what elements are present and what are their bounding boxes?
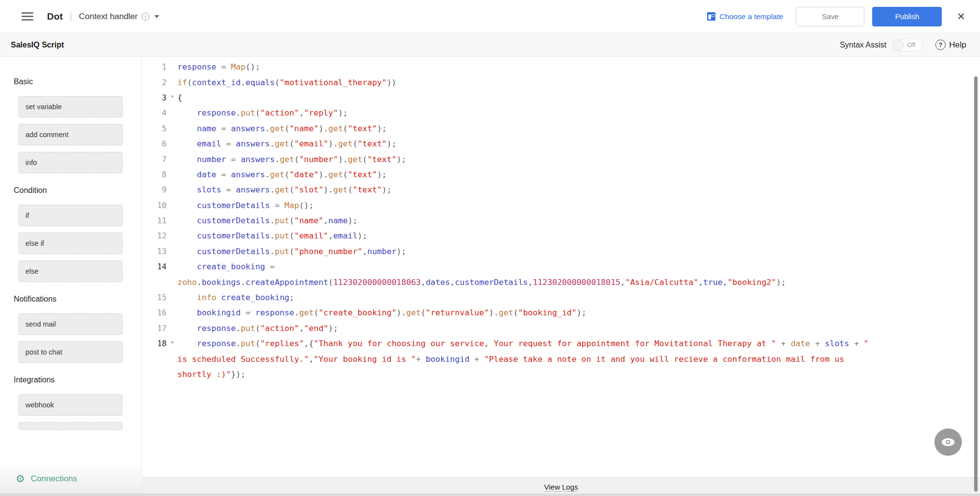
line-number: 5 (142, 124, 170, 133)
preview-eye-button[interactable] (934, 428, 962, 456)
sidebar-item-set-variable[interactable]: set variable (19, 96, 122, 118)
sidebar-item-if[interactable]: if (19, 205, 122, 226)
chevron-down-icon[interactable] (154, 15, 159, 18)
sidebar-item-else-if[interactable]: else if (19, 233, 122, 254)
code-editor[interactable]: 1response = Map();2if(context_id.equals(… (142, 57, 980, 496)
line-number: 3 (142, 93, 170, 102)
code-line[interactable]: 1response = Map(); (142, 59, 980, 74)
line-number: 6 (142, 139, 170, 148)
sidebar-item-post-to-chat[interactable]: post to chat (19, 341, 122, 363)
line-number: 17 (142, 324, 170, 333)
choose-template-button[interactable]: Choose a template (707, 12, 783, 21)
code-line[interactable]: 16 bookingid = response.get("create_book… (142, 305, 980, 320)
code-line[interactable]: 8 date = answers.get("date").get("text")… (142, 167, 980, 182)
code-lines: 1response = Map();2if(context_id.equals(… (142, 59, 980, 382)
code-text: number = answers.get("number").get("text… (170, 155, 406, 164)
top-bar: Dot | Context handler i Choose a templat… (0, 0, 980, 33)
code-line[interactable]: is scheduled Successfully.","Your bookin… (142, 351, 980, 366)
fold-toggle-icon[interactable]: ▾ (171, 94, 174, 99)
top-bar-left: Dot | Context handler i (22, 11, 159, 22)
code-text: info create_booking; (170, 293, 294, 302)
line-number: 12 (142, 231, 170, 240)
card-palette-sidebar: Basicset variableadd commentinfoConditio… (0, 57, 142, 496)
code-line[interactable]: shortly :)"}); (142, 367, 980, 382)
code-line[interactable]: 2if(context_id.equals("motivational_ther… (142, 74, 980, 90)
page-title[interactable]: Context handler (79, 12, 138, 22)
code-line[interactable]: 9 slots = answers.get("slot").get("text"… (142, 182, 980, 197)
code-line[interactable]: 15 info create_booking; (142, 290, 980, 305)
code-text: shortly :)"}); (170, 370, 245, 379)
code-line[interactable]: zoho.bookings.createAppointment(11230200… (142, 274, 980, 289)
line-number: 18 (142, 339, 170, 348)
save-button[interactable]: Save (796, 7, 864, 26)
line-number: 8 (142, 170, 170, 179)
line-number: 14 (142, 262, 170, 271)
line-number: 4 (142, 108, 170, 118)
code-line[interactable]: 3▾{ (142, 90, 980, 105)
top-bar-right: Choose a template Save Publish ✕ (707, 7, 965, 26)
title-separator: | (70, 11, 72, 22)
sidebar-item-info[interactable]: info (19, 152, 122, 173)
code-text: zoho.bookings.createAppointment(11230200… (170, 278, 786, 287)
help-label[interactable]: Help (949, 40, 966, 50)
sidebar-item-webhook[interactable]: webhook (19, 394, 122, 416)
code-text: slots = answers.get("slot").get("text"); (170, 185, 392, 194)
line-number: 9 (142, 185, 170, 194)
code-text: response.put("action","end"); (170, 324, 338, 333)
line-number: 16 (142, 308, 170, 317)
line-number: 2 (142, 78, 170, 87)
code-line[interactable]: 17 response.put("action","end"); (142, 321, 980, 336)
toggle-state-label: Off (907, 41, 915, 48)
code-text: create_booking = (170, 262, 275, 271)
fold-toggle-icon[interactable]: ▾ (171, 339, 174, 345)
code-text: date = answers.get("date").get("text"); (170, 170, 387, 179)
publish-button[interactable]: Publish (872, 7, 942, 26)
sidebar-section-title: Integrations (14, 376, 142, 384)
code-line[interactable]: 7 number = answers.get("number").get("te… (142, 151, 980, 166)
syntax-assist-label: Syntax Assist (840, 41, 886, 49)
code-line[interactable]: 12 customerDetails.put("email",email); (142, 228, 980, 243)
code-text: name = answers.get("name").get("text"); (170, 124, 387, 133)
code-text: response.put("action","reply"); (170, 108, 348, 118)
code-text: response = Map(); (170, 62, 260, 71)
help-icon[interactable]: ? (935, 40, 946, 50)
sidebar-section-title: Condition (14, 186, 142, 195)
toggle-knob (893, 40, 904, 50)
hamburger-menu-icon[interactable] (22, 12, 33, 21)
code-line[interactable]: 4 response.put("action","reply"); (142, 105, 980, 120)
sidebar-sections: Basicset variableadd commentinfoConditio… (0, 77, 142, 430)
line-number: 13 (142, 247, 170, 256)
code-text: bookingid = response.get("create_booking… (170, 308, 587, 317)
sidebar-item-send-mail[interactable]: send mail (19, 313, 122, 335)
code-line[interactable]: 6 email = answers.get("email").get("text… (142, 136, 980, 151)
line-number: 10 (142, 201, 170, 210)
code-text: customerDetails.put("phone_number",numbe… (170, 247, 406, 256)
line-number: 15 (142, 293, 170, 302)
code-text: customerDetails.put("email",email); (170, 231, 367, 240)
template-icon (707, 12, 715, 21)
code-line[interactable]: 18▾ response.put("replies",{"Thank you f… (142, 336, 980, 351)
code-line[interactable]: 10 customerDetails = Map(); (142, 198, 980, 213)
script-header-bar: SalesIQ Script Syntax Assist Off ? Help (0, 33, 980, 57)
syntax-assist-toggle[interactable]: Off (892, 39, 923, 51)
view-logs-link[interactable]: View Logs (544, 483, 578, 492)
code-line[interactable]: 13 customerDetails.put("phone_number",nu… (142, 244, 980, 259)
close-icon[interactable]: ✕ (956, 11, 965, 22)
main-area: Basicset variableadd commentinfoConditio… (0, 57, 980, 496)
info-icon[interactable]: i (142, 13, 149, 21)
connections-panel: ⚙ Connections (0, 461, 142, 496)
code-line[interactable]: 11 customerDetails.put("name",name); (142, 213, 980, 228)
sidebar-item-partial[interactable] (19, 422, 122, 430)
script-title: SalesIQ Script (11, 41, 64, 49)
editor-scrollbar[interactable] (974, 76, 978, 492)
code-line[interactable]: 5 name = answers.get("name").get("text")… (142, 121, 980, 136)
gear-icon: ⚙ (16, 473, 25, 484)
bottom-edge-shadow (0, 494, 980, 496)
sidebar-item-add-comment[interactable]: add comment (19, 124, 122, 145)
connections-link[interactable]: Connections (31, 474, 77, 484)
line-number: 1 (142, 62, 170, 71)
code-line[interactable]: 14 create_booking = (142, 259, 980, 274)
line-number: 7 (142, 155, 170, 164)
sidebar-item-else[interactable]: else (19, 260, 122, 282)
code-text: email = answers.get("email").get("text")… (170, 139, 396, 148)
